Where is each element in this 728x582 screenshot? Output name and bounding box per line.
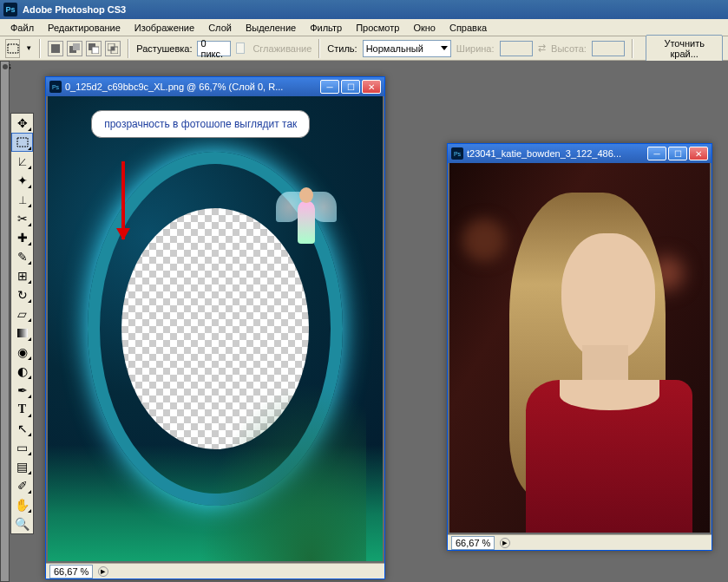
separator	[39, 39, 41, 58]
tool-eyedropper[interactable]: ✐	[11, 476, 33, 495]
antialias-label: Сглаживание	[253, 43, 312, 54]
maximize-button[interactable]: ☐	[668, 147, 687, 160]
options-bar: ▼ Растушевка: 0 пикс. Сглаживание Стиль:…	[0, 36, 728, 61]
menu-select[interactable]: Выделение	[239, 21, 303, 35]
tool-type[interactable]: T	[11, 400, 33, 419]
width-input	[500, 41, 534, 56]
tool-lasso[interactable]: ⟀	[11, 152, 33, 171]
height-input	[592, 41, 626, 56]
tool-shape[interactable]: ▭	[11, 438, 33, 457]
minimize-button[interactable]: ─	[320, 80, 339, 94]
height-label: Высота:	[551, 43, 587, 54]
selection-subtract-button[interactable]	[86, 41, 102, 56]
frame-image: прозрачность в фотошопе выглядит так	[48, 96, 383, 561]
document-window-photo[interactable]: Ps t23041_katie_bowden_3_122_486... ─ ☐ …	[447, 143, 712, 551]
svg-rect-1	[51, 44, 60, 53]
tool-preset-picker[interactable]	[5, 39, 20, 58]
close-button[interactable]: ✕	[362, 80, 381, 94]
tool-pen[interactable]: ✒	[11, 381, 33, 400]
menu-image[interactable]: Изображение	[128, 21, 201, 35]
doc2-zoom-field[interactable]: 66,67 %	[451, 536, 495, 550]
tool-blur[interactable]: ◉	[11, 343, 33, 362]
tool-move[interactable]: ✥	[11, 114, 33, 133]
app-logo-icon: Ps	[3, 3, 17, 16]
dropdown-arrow-icon	[441, 46, 448, 50]
swap-dims-icon: ⇄	[538, 43, 546, 54]
tool-stamp[interactable]: ⊞	[11, 266, 33, 285]
svg-rect-3	[73, 43, 80, 50]
psd-file-icon: Ps	[451, 147, 463, 160]
svg-rect-9	[17, 138, 28, 147]
tool-slice[interactable]: ✂	[11, 209, 33, 228]
svg-rect-5	[92, 47, 99, 54]
doc1-title: 0_125d2_c69bbc9c_XL.png @ 66,7% (Слой 0,…	[65, 82, 317, 92]
annotation-arrow-icon	[121, 161, 125, 239]
svg-rect-8	[111, 47, 115, 50]
app-title: Adobe Photoshop CS3	[23, 4, 126, 15]
doc1-canvas[interactable]: прозрачность в фотошопе выглядит так	[48, 96, 383, 561]
rail-handle-icon[interactable]	[3, 64, 8, 69]
workspace: Ps ✥ ⟀ ✦ ⟂ ✂ ✚ ✎ ⊞ ↻ ▱ ◉ ◐ ✒ T ↖ ▭ ▤ ✐ ✋…	[0, 61, 728, 582]
doc2-status-bar: 66,67 % ▸	[448, 534, 712, 550]
dropdown-arrow-icon[interactable]: ▼	[25, 44, 32, 52]
style-select[interactable]: Нормальный	[363, 40, 451, 57]
tool-marquee[interactable]	[11, 133, 33, 152]
selection-new-button[interactable]	[48, 41, 63, 56]
tool-hand[interactable]: ✋	[11, 495, 33, 514]
title-bar: Ps Adobe Photoshop CS3	[0, 0, 728, 19]
tool-palette: ✥ ⟀ ✦ ⟂ ✂ ✚ ✎ ⊞ ↻ ▱ ◉ ◐ ✒ T ↖ ▭ ▤ ✐ ✋ 🔍	[10, 113, 34, 534]
photo-image	[449, 163, 710, 533]
tool-crop[interactable]: ⟂	[11, 190, 33, 209]
minimize-button[interactable]: ─	[647, 147, 666, 160]
close-button[interactable]: ✕	[689, 147, 708, 160]
menu-edit[interactable]: Редактирование	[41, 21, 128, 35]
menu-help[interactable]: Справка	[443, 21, 494, 35]
doc1-status-bar: 66,67 % ▸	[46, 563, 384, 579]
doc1-title-bar[interactable]: Ps 0_125d2_c69bbc9c_XL.png @ 66,7% (Слой…	[46, 77, 384, 96]
menu-layer[interactable]: Слой	[201, 21, 239, 35]
tool-history-brush[interactable]: ↻	[11, 285, 33, 304]
width-label: Ширина:	[456, 43, 495, 54]
document-window-frame[interactable]: Ps 0_125d2_c69bbc9c_XL.png @ 66,7% (Слой…	[45, 76, 385, 579]
menu-filter[interactable]: Фильтр	[303, 21, 349, 35]
refine-edge-button[interactable]: Уточнить край...	[646, 35, 723, 62]
tool-zoom[interactable]: 🔍	[11, 514, 33, 533]
annotation-callout: прозрачность в фотошопе выглядит так	[91, 110, 310, 138]
svg-rect-0	[8, 44, 18, 53]
tool-quick-select[interactable]: ✦	[11, 171, 33, 190]
style-value: Нормальный	[366, 43, 423, 54]
selection-mode-group	[48, 41, 121, 56]
selection-add-button[interactable]	[67, 41, 82, 56]
tool-brush[interactable]: ✎	[11, 247, 33, 266]
status-menu-icon[interactable]: ▸	[98, 566, 108, 577]
separator	[128, 39, 129, 58]
tool-dodge[interactable]: ◐	[11, 362, 33, 381]
menu-view[interactable]: Просмотр	[349, 21, 406, 35]
svg-rect-10	[17, 329, 28, 337]
tool-gradient[interactable]	[11, 324, 33, 343]
antialias-checkbox	[236, 43, 245, 54]
tool-path-select[interactable]: ↖	[11, 419, 33, 438]
tool-eraser[interactable]: ▱	[11, 304, 33, 324]
doc2-title-bar[interactable]: Ps t23041_katie_bowden_3_122_486... ─ ☐ …	[448, 144, 712, 163]
ps-badge-icon: Ps	[0, 61, 728, 71]
doc2-canvas[interactable]	[449, 163, 710, 533]
menu-bar: Файл Редактирование Изображение Слой Выд…	[0, 19, 728, 36]
doc1-zoom-field[interactable]: 66,67 %	[49, 565, 93, 579]
fairy-figure	[280, 166, 332, 270]
separator	[632, 39, 633, 58]
status-menu-icon[interactable]: ▸	[500, 538, 510, 548]
left-dock-rail[interactable]	[0, 61, 10, 582]
tool-healing[interactable]: ✚	[11, 228, 33, 247]
maximize-button[interactable]: ☐	[341, 80, 360, 94]
tool-notes[interactable]: ▤	[11, 457, 33, 476]
menu-file[interactable]: Файл	[3, 21, 41, 35]
psd-file-icon: Ps	[49, 81, 62, 93]
feather-label: Растушевка:	[136, 43, 192, 54]
style-label: Стиль:	[327, 43, 357, 54]
separator	[318, 39, 320, 58]
doc2-title: t23041_katie_bowden_3_122_486...	[467, 148, 644, 159]
selection-intersect-button[interactable]	[105, 41, 121, 56]
menu-window[interactable]: Окно	[406, 21, 443, 35]
feather-input[interactable]: 0 пикс.	[197, 41, 231, 56]
